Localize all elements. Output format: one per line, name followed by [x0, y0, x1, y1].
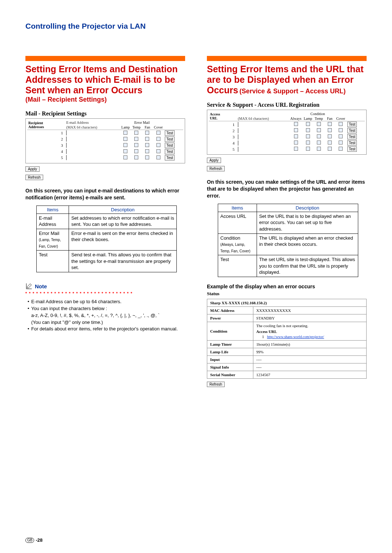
fan-checkbox[interactable]	[145, 155, 149, 159]
fan-checkbox[interactable]	[328, 141, 332, 145]
description-header: Description	[69, 206, 177, 214]
fan-checkbox[interactable]	[328, 147, 332, 151]
table-cell: Set addresses to which error notificatio…	[69, 214, 177, 229]
temp-checkbox[interactable]	[317, 122, 321, 126]
temp-checkbox[interactable]	[317, 141, 321, 145]
row-num: 1	[57, 130, 65, 136]
cover-checkbox[interactable]	[156, 131, 160, 135]
note-icon	[25, 282, 33, 290]
lamp-checkbox[interactable]	[306, 147, 310, 151]
lamp-checkbox[interactable]	[123, 137, 127, 141]
always-checkbox[interactable]	[294, 122, 298, 126]
fan-checkbox[interactable]	[328, 128, 332, 132]
apply-button[interactable]: Apply	[207, 158, 221, 163]
lamp-header: Lamp	[120, 125, 131, 130]
email-input-5[interactable]	[66, 155, 67, 160]
note-label: Note	[35, 283, 47, 289]
refresh-button[interactable]: Refresh	[207, 166, 225, 171]
fan-checkbox[interactable]	[328, 122, 332, 126]
temp-checkbox[interactable]	[134, 155, 138, 159]
access-url-link[interactable]: http://www.sharp-world.com/projector/	[267, 335, 324, 339]
status-value: ----	[253, 355, 367, 363]
temp-checkbox[interactable]	[134, 131, 138, 135]
email-input-3[interactable]	[66, 143, 67, 148]
always-checkbox[interactable]	[294, 141, 298, 145]
email-input-2[interactable]	[66, 137, 67, 142]
right-items-table: Items Description Access URL Set the URL…	[218, 204, 358, 277]
temp-checkbox[interactable]	[317, 128, 321, 132]
cover-header: Cover	[153, 125, 164, 130]
fan-header: Fan	[324, 116, 335, 121]
table-cell: Access URL	[218, 212, 257, 233]
test-button[interactable]: Test	[347, 140, 357, 146]
test-button[interactable]: Test	[165, 143, 174, 148]
always-checkbox[interactable]	[294, 147, 298, 151]
fan-checkbox[interactable]	[328, 134, 332, 138]
fan-checkbox[interactable]	[145, 137, 149, 141]
test-button[interactable]: Test	[165, 149, 174, 154]
right-subheading: (Service & Support – Access URL)	[240, 88, 346, 95]
url-input-3[interactable]	[238, 134, 238, 139]
always-header: Always	[289, 116, 303, 121]
cover-checkbox[interactable]	[156, 149, 160, 153]
divider-bar	[207, 56, 367, 61]
refresh-button[interactable]: Refresh	[25, 175, 43, 180]
table-cell: The URL is displayed when an error check…	[257, 233, 358, 255]
test-button[interactable]: Test	[347, 122, 357, 127]
test-button[interactable]: Test	[165, 130, 174, 136]
lamp-checkbox[interactable]	[306, 141, 310, 145]
apply-button[interactable]: Apply	[25, 166, 40, 172]
left-subheading: (Mail – Recipient Settings)	[25, 96, 185, 104]
status-label: Input	[207, 355, 253, 363]
url-input-2[interactable]	[238, 128, 238, 133]
temp-checkbox[interactable]	[134, 137, 138, 141]
email-input-4[interactable]	[66, 149, 67, 154]
lamp-checkbox[interactable]	[123, 155, 127, 159]
fan-checkbox[interactable]	[145, 131, 149, 135]
items-header: Items	[37, 206, 69, 214]
row-num: 2	[57, 136, 65, 142]
gb-badge: GB	[25, 538, 34, 543]
lamp-checkbox[interactable]	[306, 122, 310, 126]
cover-checkbox[interactable]	[339, 147, 343, 151]
refresh-button[interactable]: Refresh	[207, 382, 225, 387]
status-label: Lamp Life	[207, 348, 253, 355]
fan-checkbox[interactable]	[145, 143, 149, 147]
always-checkbox[interactable]	[294, 134, 298, 138]
lamp-checkbox[interactable]	[306, 128, 310, 132]
cover-checkbox[interactable]	[156, 155, 160, 159]
lamp-checkbox[interactable]	[123, 143, 127, 147]
cover-checkbox[interactable]	[339, 122, 343, 126]
lamp-checkbox[interactable]	[123, 131, 127, 135]
test-button[interactable]: Test	[347, 134, 357, 139]
test-button[interactable]: Test	[165, 137, 174, 142]
url-input-4[interactable]	[238, 141, 238, 146]
status-label: Lamp Timer	[207, 340, 253, 348]
fan-checkbox[interactable]	[145, 149, 149, 153]
table-cell: Error Mail (Lamp, Temp, Fan, Cover)	[37, 229, 69, 251]
temp-checkbox[interactable]	[317, 134, 321, 138]
test-button[interactable]: Test	[165, 155, 174, 160]
url-input-5[interactable]	[238, 147, 238, 152]
temp-checkbox[interactable]	[134, 143, 138, 147]
status-value: 1234567	[253, 371, 367, 378]
email-input-1[interactable]	[66, 130, 67, 135]
temp-checkbox[interactable]	[317, 147, 321, 151]
errormail-header: Error Mail	[120, 120, 164, 125]
test-button[interactable]: Test	[347, 146, 357, 152]
cover-header: Cover	[335, 116, 346, 121]
lamp-checkbox[interactable]	[123, 149, 127, 153]
status-heading: Status	[207, 291, 367, 297]
row-num: 2	[228, 127, 237, 134]
cover-checkbox[interactable]	[339, 141, 343, 145]
lamp-checkbox[interactable]	[306, 134, 310, 138]
cover-checkbox[interactable]	[339, 134, 343, 138]
email-header: E-mail Address	[65, 120, 120, 125]
cover-checkbox[interactable]	[156, 137, 160, 141]
cover-checkbox[interactable]	[156, 143, 160, 147]
test-button[interactable]: Test	[347, 128, 357, 133]
cover-checkbox[interactable]	[339, 128, 343, 132]
always-checkbox[interactable]	[294, 128, 298, 132]
url-input-1[interactable]	[238, 122, 238, 127]
temp-checkbox[interactable]	[134, 149, 138, 153]
